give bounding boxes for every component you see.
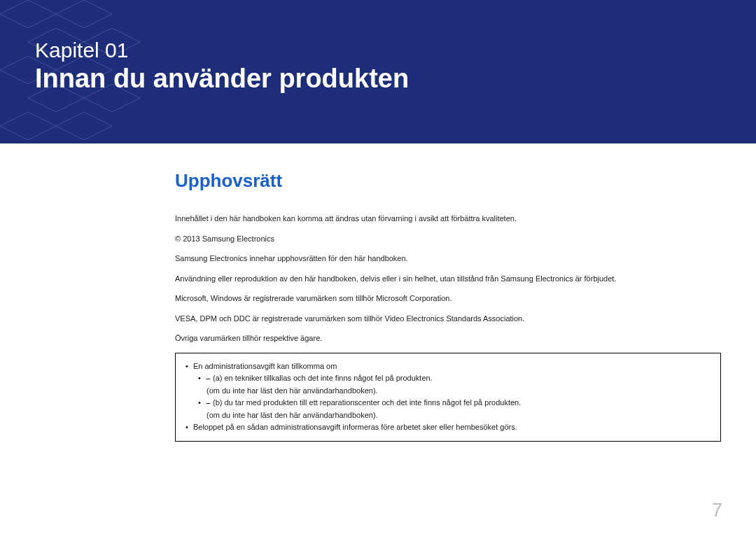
notice-item: ‒ (a) en tekniker tillkallas och det int… (198, 372, 710, 397)
paragraph: Övriga varumärken tillhör respektive äga… (175, 332, 721, 344)
page-content: Upphovsrätt Innehållet i den här handbok… (0, 143, 756, 442)
notice-item: ‒ (b) du tar med produkten till ett repa… (198, 397, 710, 421)
paragraph: Användning eller reproduktion av den här… (175, 273, 721, 285)
chapter-label: Kapitel 01 (35, 38, 409, 62)
paragraph: Innehållet i den här handboken kan komma… (175, 213, 721, 225)
svg-marker-1 (56, 0, 112, 28)
page-number: 7 (711, 499, 722, 521)
chapter-banner: Kapitel 01 Innan du använder produkten (0, 0, 756, 143)
svg-marker-9 (56, 112, 112, 140)
chapter-title: Innan du använder produkten (35, 64, 409, 94)
notice-footer: Beloppet på en sådan administrationsavgi… (186, 421, 710, 434)
paragraph: Microsoft, Windows är registrerade varum… (175, 293, 721, 304)
svg-marker-8 (0, 112, 56, 140)
notice-intro: En administrationsavgift kan tillkomma o… (186, 360, 710, 373)
section-heading: Upphovsrätt (175, 170, 721, 192)
svg-marker-0 (0, 0, 56, 28)
paragraph: VESA, DPM och DDC är registrerade varumä… (175, 313, 721, 325)
paragraph: © 2013 Samsung Electronics (175, 233, 721, 245)
paragraph: Samsung Electronics innehar upphovsrätte… (175, 253, 721, 265)
notice-box: En administrationsavgift kan tillkomma o… (175, 353, 721, 442)
